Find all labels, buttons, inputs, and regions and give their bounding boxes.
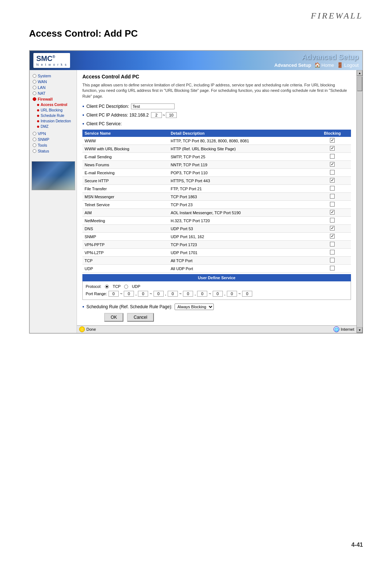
- sidebar-label-tools: Tools: [38, 143, 47, 147]
- sidebar-label-vpn: VPN: [38, 131, 46, 136]
- port-input-6[interactable]: [183, 291, 193, 297]
- client-pc-description-row: • Client PC Description:: [82, 103, 351, 109]
- service-name-cell: Secure HTTP: [82, 177, 168, 185]
- blocking-checkbox[interactable]: [330, 242, 335, 247]
- port-input-9[interactable]: [227, 291, 237, 297]
- client-pc-service-label: Client PC Service:: [86, 121, 122, 126]
- sidebar-item-snmp[interactable]: SNMP: [30, 137, 77, 142]
- scroll-up-button[interactable]: ▲: [357, 70, 363, 76]
- home-link[interactable]: 🏠 Home: [314, 62, 334, 68]
- logout-link[interactable]: 🚪 Logout: [337, 62, 359, 68]
- col-detail: Detail Description: [168, 130, 314, 137]
- table-row: Telnet ServiceTCP Port 23: [82, 201, 351, 209]
- blocking-checkbox[interactable]: [330, 162, 335, 167]
- blocking-checkbox[interactable]: [330, 202, 335, 207]
- table-row: WWWHTTP, TCP Port 80, 3128, 8000, 8080, …: [82, 137, 351, 145]
- service-blocking-cell: [314, 241, 351, 249]
- blocking-checkbox[interactable]: [330, 186, 335, 191]
- port-input-10[interactable]: [242, 291, 252, 297]
- protocol-tcp-radio[interactable]: [105, 285, 109, 289]
- sidebar-item-wan[interactable]: WAN: [30, 79, 77, 85]
- service-detail-cell: H.323, TCP Port 1720: [168, 217, 314, 225]
- port-comma-1: ,: [135, 292, 136, 296]
- blocking-checkbox[interactable]: [330, 250, 335, 255]
- port-comma-4: ,: [224, 292, 225, 296]
- service-blocking-cell: [314, 137, 351, 145]
- service-blocking-cell: [314, 161, 351, 169]
- sidebar-item-dmz[interactable]: DMZ: [30, 124, 77, 129]
- cancel-button[interactable]: Cancel: [127, 313, 154, 322]
- sidebar-label-snmp: SNMP: [38, 137, 49, 142]
- blocking-checkbox[interactable]: [330, 210, 335, 215]
- blocking-checkbox[interactable]: [330, 218, 335, 223]
- status-radio: [33, 149, 36, 153]
- table-row: DNSUDP Port 53: [82, 225, 351, 233]
- sidebar-item-intrusion[interactable]: Intrusion Detection: [30, 118, 77, 124]
- service-detail-cell: UDP Port 161, 162: [168, 233, 314, 241]
- service-name-cell: WWW: [82, 137, 168, 145]
- sidebar-item-vpn[interactable]: VPN: [30, 131, 77, 137]
- sidebar-item-access-control[interactable]: Access Control: [30, 102, 77, 107]
- blocking-checkbox[interactable]: [330, 266, 335, 270]
- status-right: 🌐 Internet: [334, 326, 354, 332]
- ip-start-input[interactable]: [151, 112, 162, 118]
- service-table: Service Name Detail Description Blocking…: [82, 130, 351, 273]
- sidebar-item-schedule-rule[interactable]: Schedule Rule: [30, 113, 77, 118]
- protocol-udp-label: UDP: [132, 284, 140, 289]
- ip-end-input[interactable]: [166, 112, 177, 118]
- protocol-label: Protocol:: [86, 284, 101, 289]
- port-input-4[interactable]: [154, 291, 164, 297]
- user-define-header: User Define Service: [82, 274, 351, 281]
- service-name-cell: AIM: [82, 209, 168, 217]
- port-input-5[interactable]: [168, 291, 178, 297]
- sidebar-item-status[interactable]: Status: [30, 148, 77, 154]
- ok-button[interactable]: OK: [104, 313, 123, 322]
- port-input-3[interactable]: [138, 291, 148, 297]
- scroll-thumb[interactable]: [357, 77, 362, 91]
- blocking-checkbox[interactable]: [330, 258, 335, 262]
- client-pc-ip-label: Client PC IP Address: 192.168.2: [86, 113, 149, 118]
- done-icon: ⭐: [79, 326, 85, 332]
- sidebar-item-system[interactable]: System: [30, 73, 77, 79]
- access-control-bullet: [37, 104, 39, 106]
- sidebar-item-nat[interactable]: NAT: [30, 90, 77, 96]
- port-input-7[interactable]: [197, 291, 207, 297]
- blocking-checkbox[interactable]: [330, 194, 335, 199]
- scroll-track: [357, 76, 362, 327]
- scroll-down-button[interactable]: ▼: [357, 327, 363, 333]
- sidebar-item-url-blocking[interactable]: URL Blocking: [30, 107, 77, 113]
- port-comma-3: ,: [195, 292, 196, 296]
- port-input-8[interactable]: [213, 291, 223, 297]
- tools-radio: [33, 143, 36, 147]
- service-blocking-cell: [314, 193, 351, 201]
- service-blocking-cell: [314, 225, 351, 233]
- col-service-name: Service Name: [82, 130, 168, 137]
- blocking-checkbox[interactable]: [330, 226, 335, 231]
- protocol-udp-radio[interactable]: [124, 285, 128, 289]
- sidebar-item-firewall[interactable]: Firewall: [30, 96, 77, 102]
- port-input-1[interactable]: [109, 291, 119, 297]
- internet-label: Internet: [341, 327, 354, 331]
- protocol-tcp-label: TCP: [113, 284, 121, 289]
- service-blocking-cell: [314, 249, 351, 257]
- sidebar-label-url-blocking: URL Blocking: [41, 108, 62, 112]
- firewall-radio: [33, 97, 36, 101]
- sidebar-item-lan[interactable]: LAN: [30, 85, 77, 90]
- service-detail-cell: UDP Port 1701: [168, 249, 314, 257]
- service-detail-cell: SMTP, TCP Port 25: [168, 153, 314, 161]
- blocking-checkbox[interactable]: [330, 146, 335, 151]
- port-input-2[interactable]: [124, 291, 134, 297]
- sidebar: System WAN LAN NAT Firewall Access Contr…: [30, 70, 77, 333]
- blocking-checkbox[interactable]: [330, 170, 335, 175]
- sidebar-item-tools[interactable]: Tools: [30, 142, 77, 148]
- blocking-checkbox[interactable]: [330, 178, 335, 183]
- blocking-checkbox[interactable]: [330, 138, 335, 143]
- sidebar-label-access-control: Access Control: [41, 103, 67, 107]
- client-pc-description-input[interactable]: [131, 103, 175, 109]
- service-detail-cell: FTP, TCP Port 21: [168, 185, 314, 193]
- blocking-checkbox[interactable]: [330, 234, 335, 239]
- blocking-checkbox[interactable]: [330, 154, 335, 159]
- scheduling-select[interactable]: Always Blocking: [175, 304, 214, 310]
- service-detail-cell: HTTPS, TCP Port 443: [168, 177, 314, 185]
- scheduling-bullet: •: [82, 304, 84, 310]
